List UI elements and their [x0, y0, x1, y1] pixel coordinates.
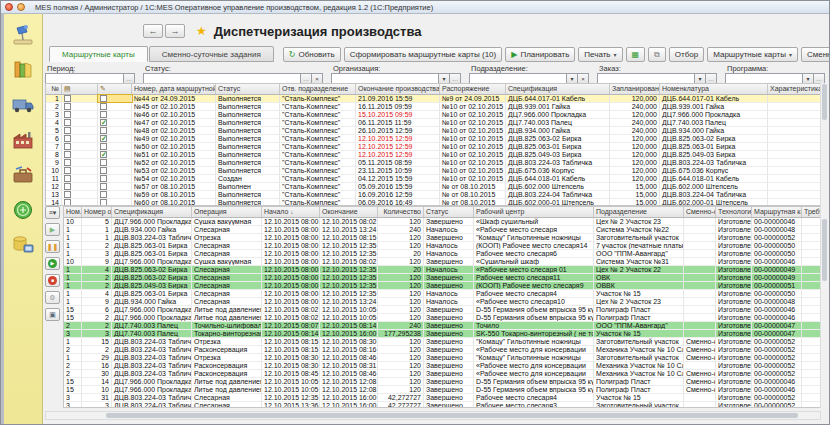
row-checkbox[interactable] [64, 167, 71, 174]
table-row[interactable]: 11ДЦВ.803.224-03 ТабличкаОтрезка12.10.20… [64, 234, 820, 242]
export-button[interactable]: ▦ [626, 47, 646, 62]
row-checkbox[interactable] [64, 103, 71, 110]
table-row[interactable]: 3№46 от 02.10.2015Выполняется"Сталь-Комп… [46, 111, 820, 119]
table-cell[interactable] [98, 143, 132, 150]
back-button[interactable]: ← [143, 24, 163, 38]
table-row[interactable]: 216ДЦВ.803.224-03 ТабличкаРасконсервация… [64, 362, 820, 370]
tab-route-cards[interactable]: Маршрутные карты [49, 46, 148, 62]
table-row[interactable]: 12№57 от 08.10.2015Выполнен"Сталь-Компле… [46, 183, 820, 191]
table-row[interactable]: 10№53 от 02.10.2015Выполняется"Сталь-Ком… [46, 167, 820, 175]
section-factory-icon[interactable] [10, 129, 36, 151]
table-row[interactable]: 6✓№49 от 02.10.2015Выполняется"Сталь-Ком… [46, 135, 820, 143]
column-header[interactable]: Маршрутная ка... [752, 207, 802, 217]
column-header[interactable]: Номенклатура [660, 84, 768, 94]
row-checkbox[interactable] [100, 103, 107, 110]
column-header[interactable]: Окончание [320, 207, 378, 217]
column-header[interactable]: Технологиче... [716, 207, 752, 217]
column-header-pencil-icon[interactable]: ✎ [98, 84, 132, 94]
table-cell[interactable] [62, 159, 98, 166]
tab-shift-tasks[interactable]: Сменно-суточные задания [149, 46, 274, 62]
row-checkbox[interactable] [100, 95, 107, 102]
ops-mark-button[interactable]: ▣ [45, 308, 60, 321]
table-cell[interactable] [62, 175, 98, 182]
favorite-star-icon[interactable]: ★ [196, 24, 207, 38]
table-row[interactable]: 22ДЦ7.740.003 ПалецТочильно-шлифовальная… [64, 322, 820, 330]
column-header[interactable]: Окончание производства [356, 84, 440, 94]
column-header[interactable]: Отв. подразделение [280, 84, 356, 94]
table-row[interactable]: 12ДЦВ.825.063-01 БиркаСлесарная12.10.201… [64, 242, 820, 250]
table-row[interactable]: 152ДЦ7.966.000 ПрокладкаЛитье под давлен… [64, 314, 820, 322]
print-button[interactable]: Печать ▾ [578, 47, 622, 62]
table-cell[interactable] [62, 191, 98, 198]
scrollbar-thumb[interactable] [106, 413, 798, 418]
table-row[interactable]: 11№54 от 02.10.2015Создан"Сталь-Комплекс… [46, 175, 820, 183]
table-row[interactable]: 13ДЦВ.825.063-01 БиркаСлесарная12.10.201… [64, 250, 820, 258]
column-header[interactable]: Запланировано [610, 84, 660, 94]
scrollbar-thumb[interactable] [822, 219, 827, 281]
column-header[interactable]: Номер оп... [82, 207, 112, 217]
row-checkbox[interactable] [100, 183, 107, 190]
row-checkbox[interactable] [64, 175, 71, 182]
ops-pause-button[interactable]: ❚❚ [45, 240, 60, 253]
shift-tasks-menu-button[interactable]: Сменно-суточные задания ▾ [801, 47, 830, 62]
table-row[interactable]: 14№60 от 08.10.2015Выполняется"Сталь-Ком… [46, 199, 820, 206]
row-checkbox[interactable] [100, 175, 107, 182]
row-checkbox[interactable] [64, 151, 71, 158]
table-row[interactable]: 11ДЦВ.934.000 ГайкаСлесарная12.10.2015 0… [64, 226, 820, 234]
row-checkbox[interactable] [100, 111, 107, 118]
table-row[interactable]: 33ДЦВ.803.224-03 ТабличкаСлесарная12.10.… [64, 402, 820, 408]
table-row[interactable]: 5№48 от 02.10.2015Выполняется"Сталь-Комп… [46, 127, 820, 135]
table-cell[interactable] [62, 111, 98, 118]
row-checkbox[interactable] [64, 159, 71, 166]
table-cell[interactable] [62, 119, 98, 126]
table-row[interactable]: 105ДЦ7.966.000 ПрокладкаСушка вакуумная1… [64, 218, 820, 226]
table-cell[interactable] [98, 183, 132, 190]
table-cell[interactable] [62, 143, 98, 150]
refresh-button[interactable]: ↻ Обновить [283, 47, 341, 62]
row-checkbox[interactable] [100, 159, 107, 166]
row-checkbox[interactable] [100, 127, 107, 134]
table-cell[interactable] [62, 95, 98, 102]
row-checkbox[interactable] [64, 183, 71, 190]
table-cell[interactable] [62, 199, 98, 206]
section-database-icon[interactable] [10, 234, 36, 256]
table-row[interactable]: 115ДЦВ.803.224-03 ТабличкаОтрезка12.10.2… [64, 338, 820, 346]
ops-list-settings-button[interactable]: ≡▾ [45, 206, 60, 219]
row-checkbox[interactable] [100, 191, 107, 198]
table-cell[interactable] [98, 95, 132, 102]
route-table-vertical-scrollbar[interactable] [820, 83, 828, 206]
table-cell[interactable] [98, 127, 132, 134]
record-orange-button[interactable] [17, 3, 25, 11]
table-cell[interactable] [98, 159, 132, 166]
table-cell[interactable]: ✓ [98, 151, 132, 158]
column-header[interactable]: Номер, дата маршрутной кар... [132, 84, 216, 94]
table-row[interactable]: 33ДЦ7.740.003 ПалецТокарно-винторезная12… [64, 330, 820, 338]
table-row[interactable]: 14ДЦВ.825.063-02 БиркаСлесарная12.10.201… [64, 266, 820, 274]
scrollbar-thumb[interactable] [822, 84, 827, 120]
table-cell[interactable]: ✓ [98, 119, 132, 126]
table-row[interactable]: 9№52 от 02.10.2015Выполняется"Сталь-Комп… [46, 159, 820, 167]
column-header[interactable]: Требует ОТ [802, 207, 821, 217]
filter-button[interactable]: Отбор [669, 47, 704, 62]
table-row[interactable]: 12ДЦВ.825.063-02 БиркаСлесарная12.10.201… [64, 274, 820, 282]
section-desktop-lamp-icon[interactable] [10, 24, 36, 46]
column-header[interactable]: Спецификация [506, 84, 610, 94]
copy-button[interactable]: ⧉ [648, 47, 666, 62]
table-row[interactable]: 22ДЦВ.803.224-03 ТабличкаРасконсервация1… [64, 346, 820, 354]
column-header[interactable]: Сменно-сут... [684, 207, 716, 217]
row-checkbox[interactable]: ✓ [100, 151, 107, 158]
row-checkbox[interactable] [64, 111, 71, 118]
table-row[interactable]: 12ДЦВ.825.049-03 БиркаСлесарная12.10.201… [64, 282, 820, 290]
operations-table-vertical-scrollbar[interactable] [820, 206, 828, 408]
table-row[interactable]: 4✓№47 от 02.10.2015Выполняется"Сталь-Ком… [46, 119, 820, 127]
route-cards-menu-button[interactable]: Маршрутные карты ▾ [707, 47, 798, 62]
table-row[interactable]: 19ДЦВ.934.000 ГайкаСлесарная12.10.2015 0… [64, 298, 820, 306]
table-cell[interactable] [62, 167, 98, 174]
column-header-doc-icon[interactable]: ▤ [62, 84, 98, 94]
forward-button[interactable]: → [165, 24, 185, 38]
column-header[interactable]: № [46, 84, 62, 94]
ops-resume-button[interactable]: ▶ [45, 257, 60, 270]
row-checkbox[interactable] [64, 127, 71, 134]
table-cell[interactable]: ✓ [98, 135, 132, 142]
row-checkbox[interactable] [64, 119, 71, 126]
